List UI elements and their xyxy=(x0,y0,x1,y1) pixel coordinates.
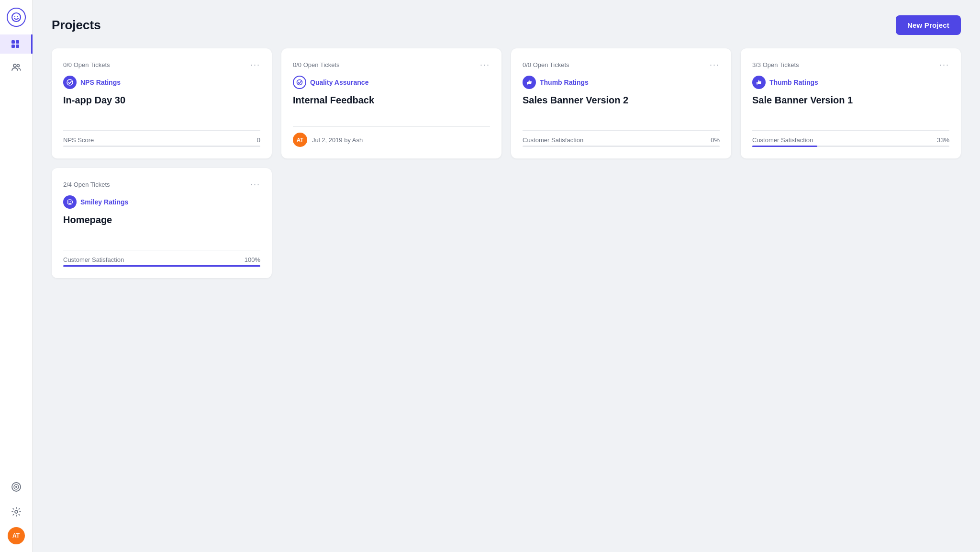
footer-value-5: 100% xyxy=(245,256,260,263)
page-header: Projects New Project xyxy=(52,15,961,35)
footer-label-1: NPS Score xyxy=(63,136,94,144)
project-card-2[interactable]: 0/0 Open Tickets ··· Quality Assurance I… xyxy=(281,48,501,158)
project-card-3[interactable]: 0/0 Open Tickets ··· Thumb Ratings Sales… xyxy=(511,48,731,158)
svg-point-1 xyxy=(14,16,15,17)
new-project-button[interactable]: New Project xyxy=(896,15,961,35)
footer-label-5: Customer Satisfaction xyxy=(63,256,124,263)
svg-rect-3 xyxy=(11,40,15,44)
card-footer-2: AT Jul 2, 2019 by Ash xyxy=(293,126,490,147)
sidebar-item-users[interactable] xyxy=(7,57,26,77)
project-card-4[interactable]: 3/3 Open Tickets ··· Thumb Ratings Sale … xyxy=(741,48,961,158)
footer-label-4: Customer Satisfaction xyxy=(752,136,813,144)
footer-user-2: AT Jul 2, 2019 by Ash xyxy=(293,133,490,147)
card-footer-4: Customer Satisfaction 33% xyxy=(752,130,949,147)
card-type-label-3: Thumb Ratings xyxy=(540,79,589,86)
sidebar-item-settings[interactable] xyxy=(7,502,26,521)
progress-bar-container-5 xyxy=(63,265,260,267)
thumb-icon-4 xyxy=(752,76,766,89)
svg-point-2 xyxy=(17,16,18,17)
page-title: Projects xyxy=(52,18,101,33)
footer-avatar-2: AT xyxy=(293,133,307,147)
card-type-badge-5: Smiley Ratings xyxy=(63,195,260,209)
sidebar-item-target[interactable] xyxy=(7,477,26,496)
card-title-5: Homepage xyxy=(63,214,260,226)
card-type-label-1: NPS Ratings xyxy=(80,79,121,86)
footer-user-info-2: Jul 2, 2019 by Ash xyxy=(312,136,363,144)
svg-point-0 xyxy=(12,13,21,22)
user-avatar[interactable]: AT xyxy=(8,527,25,544)
smiley-icon xyxy=(63,195,77,209)
svg-rect-16 xyxy=(757,82,758,85)
card-type-badge-1: NPS Ratings xyxy=(63,76,260,89)
progress-bar-container-1 xyxy=(63,146,260,147)
card-type-label-5: Smiley Ratings xyxy=(80,198,128,206)
svg-point-8 xyxy=(17,65,19,67)
card-footer-5: Customer Satisfaction 100% xyxy=(63,250,260,267)
card-title-4: Sale Banner Version 1 xyxy=(752,94,949,106)
svg-point-12 xyxy=(15,510,18,513)
card-header-5: 2/4 Open Tickets ··· xyxy=(63,180,260,190)
footer-value-3: 0% xyxy=(711,136,720,144)
svg-point-18 xyxy=(68,201,69,202)
nps-icon xyxy=(63,76,77,89)
card-menu-5[interactable]: ··· xyxy=(250,180,260,190)
footer-label-3: Customer Satisfaction xyxy=(523,136,583,144)
svg-point-7 xyxy=(13,64,16,67)
svg-rect-4 xyxy=(16,40,19,44)
svg-point-19 xyxy=(70,201,71,202)
open-tickets-2: 0/0 Open Tickets xyxy=(293,61,340,68)
card-type-label-4: Thumb Ratings xyxy=(769,79,818,86)
card-menu-2[interactable]: ··· xyxy=(480,60,490,70)
card-type-badge-4: Thumb Ratings xyxy=(752,76,949,89)
thumb-icon-3 xyxy=(523,76,536,89)
svg-rect-6 xyxy=(16,45,19,48)
qa-icon xyxy=(293,76,306,89)
progress-bar-container-4 xyxy=(752,146,949,147)
cards-grid-row2: 2/4 Open Tickets ··· Smiley Ratings Home… xyxy=(52,168,961,278)
app-logo[interactable] xyxy=(7,8,26,27)
footer-value-1: 0 xyxy=(257,136,260,144)
progress-bar-5 xyxy=(63,265,260,267)
sidebar-bottom: AT xyxy=(7,477,26,544)
card-menu-4[interactable]: ··· xyxy=(939,60,949,70)
card-header-2: 0/0 Open Tickets ··· xyxy=(293,60,490,70)
svg-rect-5 xyxy=(11,45,15,48)
open-tickets-5: 2/4 Open Tickets xyxy=(63,181,110,188)
progress-bar-4 xyxy=(752,146,817,147)
progress-bar-container-3 xyxy=(523,146,720,147)
main-content: Projects New Project 0/0 Open Tickets ··… xyxy=(33,0,980,552)
open-tickets-4: 3/3 Open Tickets xyxy=(752,61,799,68)
card-type-badge-2: Quality Assurance xyxy=(293,76,490,89)
svg-point-14 xyxy=(297,80,302,85)
svg-point-11 xyxy=(15,486,17,488)
card-title-1: In-app Day 30 xyxy=(63,94,260,106)
svg-point-13 xyxy=(67,79,73,85)
card-type-label-2: Quality Assurance xyxy=(310,79,368,86)
svg-rect-15 xyxy=(527,82,528,85)
card-footer-1: NPS Score 0 xyxy=(63,130,260,147)
card-title-3: Sales Banner Version 2 xyxy=(523,94,720,106)
card-menu-3[interactable]: ··· xyxy=(710,60,720,70)
project-card-5[interactable]: 2/4 Open Tickets ··· Smiley Ratings Home… xyxy=(52,168,272,278)
project-card-1[interactable]: 0/0 Open Tickets ··· NPS Ratings In-app … xyxy=(52,48,272,158)
open-tickets-1: 0/0 Open Tickets xyxy=(63,61,110,68)
cards-grid-row1: 0/0 Open Tickets ··· NPS Ratings In-app … xyxy=(52,48,961,158)
sidebar: AT xyxy=(0,0,33,552)
card-menu-1[interactable]: ··· xyxy=(250,60,260,70)
card-header-1: 0/0 Open Tickets ··· xyxy=(63,60,260,70)
card-type-badge-3: Thumb Ratings xyxy=(523,76,720,89)
card-footer-3: Customer Satisfaction 0% xyxy=(523,130,720,147)
open-tickets-3: 0/0 Open Tickets xyxy=(523,61,569,68)
card-header-3: 0/0 Open Tickets ··· xyxy=(523,60,720,70)
footer-value-4: 33% xyxy=(937,136,949,144)
sidebar-item-projects[interactable] xyxy=(0,34,33,54)
card-title-2: Internal Feedback xyxy=(293,94,490,106)
card-header-4: 3/3 Open Tickets ··· xyxy=(752,60,949,70)
